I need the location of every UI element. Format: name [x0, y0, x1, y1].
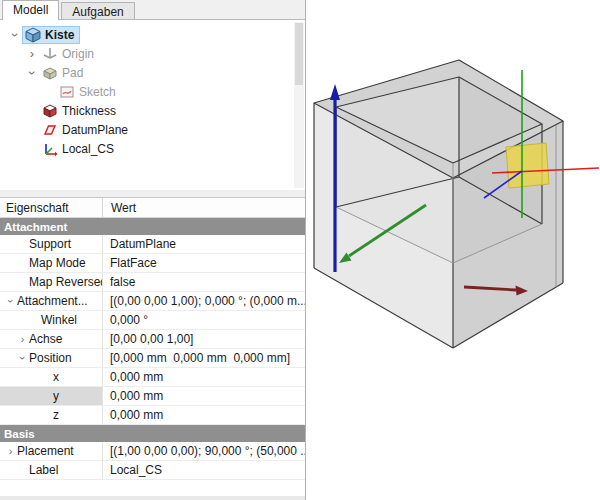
tab-modell[interactable]: Modell — [2, 0, 59, 20]
property-row-winkel[interactable]: Winkel 0,000 ° — [0, 311, 305, 330]
tree-item-origin[interactable]: Origin — [0, 44, 305, 63]
chevron-down-icon[interactable] — [8, 28, 22, 42]
property-row-placement[interactable]: Placement [(1,00 0,00 0,00); 90,000 °; (… — [0, 442, 305, 461]
tree-item-kiste[interactable]: Kiste — [0, 25, 305, 44]
tree-item-pad[interactable]: Pad — [0, 63, 305, 82]
property-value-x[interactable]: 0,000 mm — [103, 368, 305, 386]
chevron-down-icon[interactable] — [4, 294, 17, 308]
property-row-achse[interactable]: Achse [0,00 0,00 1,00] — [0, 330, 305, 349]
datum-plane-icon — [42, 122, 59, 138]
thickness-icon — [42, 103, 59, 119]
section-header-basis[interactable]: Basis — [0, 425, 305, 442]
property-column-headers: Eigenschaft Wert — [0, 198, 305, 218]
axis-z-arrowhead — [330, 84, 340, 100]
property-editor-footer — [0, 496, 305, 500]
property-row-support[interactable]: Support DatumPlane — [0, 235, 305, 254]
column-header-eigenschaft: Eigenschaft — [0, 198, 103, 217]
chevron-right-icon[interactable] — [4, 444, 17, 458]
property-value-winkel[interactable]: 0,000 ° — [103, 311, 305, 329]
origin-icon — [42, 46, 59, 62]
scrollbar-thumb[interactable] — [295, 23, 303, 85]
property-row-label[interactable]: Label Local_CS — [0, 461, 305, 480]
combo-view-panel: Modell Aufgaben Kiste Ori — [0, 0, 306, 500]
chevron-spacer — [25, 142, 39, 156]
box-kiste[interactable] — [314, 60, 563, 348]
section-header-attachment[interactable]: Attachment — [0, 218, 305, 235]
sketch-icon — [59, 84, 76, 100]
chevron-spacer — [42, 85, 56, 99]
3d-viewport[interactable] — [306, 0, 600, 500]
panel-splitter[interactable] — [0, 190, 305, 198]
property-value-map-mode[interactable]: FlatFace — [103, 254, 305, 272]
property-value-achse[interactable]: [0,00 0,00 1,00] — [103, 330, 305, 348]
property-editor: Eigenschaft Wert Attachment Support Datu… — [0, 198, 305, 500]
property-value-z[interactable]: 0,000 mm — [103, 406, 305, 424]
property-value-label[interactable]: Local_CS — [103, 461, 305, 479]
tree-scrollbar[interactable] — [294, 22, 304, 188]
pad-icon — [42, 65, 59, 81]
property-value-placement[interactable]: [(1,00 0,00 0,00); 90,000 °; (50,000 ... — [103, 442, 305, 460]
body-icon — [25, 27, 42, 43]
tab-aufgaben[interactable]: Aufgaben — [61, 2, 134, 20]
property-row-x[interactable]: x 0,000 mm — [0, 368, 305, 387]
tree-selection-highlight[interactable]: Kiste — [22, 26, 80, 44]
chevron-right-icon[interactable] — [25, 47, 39, 61]
property-row-map-mode[interactable]: Map Mode FlatFace — [0, 254, 305, 273]
datum-plane-highlight[interactable] — [506, 143, 549, 188]
combo-view-tabbar: Modell Aufgaben — [0, 0, 305, 20]
property-value-position[interactable]: [0,000 mm 0,000 mm 0,000 mm] — [103, 349, 305, 367]
tree-item-local-cs[interactable]: Local_CS — [0, 139, 305, 158]
property-row-map-reversed[interactable]: Map Reversed false — [0, 273, 305, 292]
chevron-spacer — [25, 123, 39, 137]
chevron-down-icon[interactable] — [16, 351, 29, 365]
local-cs-icon — [42, 141, 59, 157]
model-tree[interactable]: Kiste Origin Pad — [0, 20, 305, 190]
tree-item-datumplane[interactable]: DatumPlane — [0, 120, 305, 139]
tree-item-sketch[interactable]: Sketch — [0, 82, 305, 101]
property-value-map-reversed[interactable]: false — [103, 273, 305, 291]
chevron-spacer — [25, 104, 39, 118]
tree-item-thickness[interactable]: Thickness — [0, 101, 305, 120]
property-value-y[interactable]: 0,000 mm — [103, 387, 305, 405]
property-row-position[interactable]: Position [0,000 mm 0,000 mm 0,000 mm] — [0, 349, 305, 368]
chevron-down-icon[interactable] — [25, 66, 39, 80]
property-row-z[interactable]: z 0,000 mm — [0, 406, 305, 425]
property-value-attachment-offset[interactable]: [(0,00 0,00 1,00); 0,000 °; (0,000 m... — [103, 292, 305, 310]
column-header-wert: Wert — [103, 198, 305, 217]
chevron-right-icon[interactable] — [16, 332, 29, 346]
3d-viewport-canvas — [306, 0, 600, 500]
freecad-window: Modell Aufgaben Kiste Ori — [0, 0, 600, 500]
property-row-attachment-offset[interactable]: Attachment... [(0,00 0,00 1,00); 0,000 °… — [0, 292, 305, 311]
property-value-support[interactable]: DatumPlane — [103, 235, 305, 253]
property-row-y[interactable]: y 0,000 mm — [0, 387, 305, 406]
